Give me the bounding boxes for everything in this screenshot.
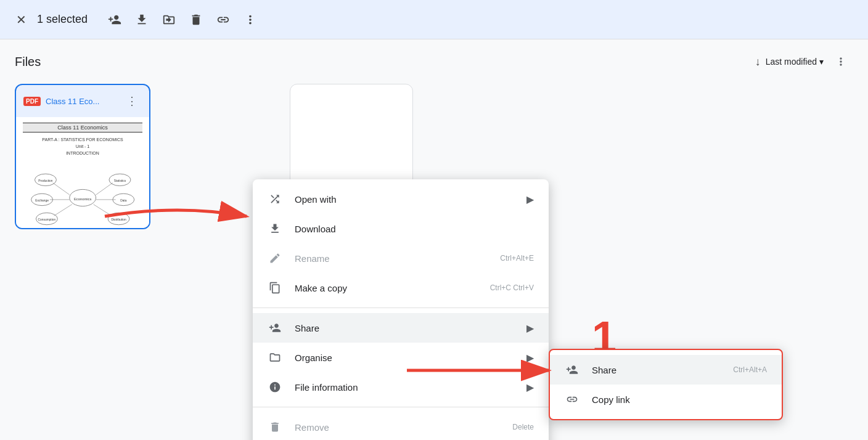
file-card-title: Class 11 Eco... <box>46 97 117 106</box>
file-card[interactable]: PDF Class 11 Eco... ⋮ Class 11 Economics… <box>15 84 150 229</box>
submenu-item-copy-link[interactable]: Copy link <box>550 385 782 414</box>
divider-2 <box>253 407 549 407</box>
thumb-title: Class 11 Economics <box>23 123 142 132</box>
thumb-unit: Unit - 1 <box>23 144 142 149</box>
copy-link-button[interactable] <box>211 7 235 32</box>
menu-item-make-copy[interactable]: Make a copy Ctrl+C Ctrl+V <box>253 273 549 303</box>
svg-text:Statistics: Statistics <box>114 179 126 182</box>
share-arrow: ▶ <box>526 322 534 334</box>
make-copy-label: Make a copy <box>295 283 478 293</box>
remove-label: Remove <box>295 422 500 433</box>
thumb-part: PART-A : STATISTICS FOR ECONOMICS <box>23 137 142 142</box>
svg-line-11 <box>96 183 112 195</box>
svg-text:Data: Data <box>120 199 127 202</box>
download-icon <box>268 221 282 236</box>
rename-shortcut: Ctrl+Alt+E <box>500 254 534 263</box>
rename-icon <box>268 251 282 266</box>
submenu-share-label: Share <box>592 365 721 375</box>
files-more-button[interactable] <box>829 49 853 74</box>
selected-count: 1 selected <box>37 13 88 26</box>
menu-item-organise[interactable]: Organise ▶ <box>253 343 549 372</box>
svg-line-8 <box>54 205 72 216</box>
more-options-button[interactable] <box>238 7 263 32</box>
sort-button[interactable]: Last modified ▾ <box>766 57 824 67</box>
svg-line-17 <box>93 205 111 216</box>
download-button[interactable] <box>129 7 154 32</box>
context-menu: Open with ▶ Download Rename Ctrl+Alt+E M… <box>253 179 549 440</box>
organise-label: Organise <box>295 352 514 363</box>
svg-text:Distribution: Distribution <box>111 218 126 221</box>
file-card-thumbnail: Class 11 Economics PART-A : STATISTICS F… <box>16 117 149 228</box>
file-info-icon <box>268 380 282 394</box>
card-more-button[interactable]: ⋮ <box>122 91 142 111</box>
open-with-arrow: ▶ <box>526 194 534 205</box>
close-button[interactable]: ✕ <box>10 9 32 31</box>
file-card-header: PDF Class 11 Eco... ⋮ <box>16 85 149 117</box>
make-copy-shortcut: Ctrl+C Ctrl+V <box>490 283 534 292</box>
toolbar: ✕ 1 selected <box>0 0 868 39</box>
download-label: Download <box>295 224 534 234</box>
files-title: Files <box>15 55 41 69</box>
content-area: PDF Class 11 Eco... ⋮ Class 11 Economics… <box>0 84 868 232</box>
svg-text:Economics: Economics <box>74 197 92 201</box>
menu-item-rename[interactable]: Rename Ctrl+Alt+E <box>253 243 549 273</box>
delete-button[interactable] <box>184 7 208 32</box>
svg-line-2 <box>52 183 69 195</box>
file-info-arrow: ▶ <box>526 381 534 393</box>
menu-item-share[interactable]: Share ▶ <box>253 313 549 343</box>
organise-arrow: ▶ <box>526 352 534 364</box>
file-info-label: File information <box>295 382 514 393</box>
divider-1 <box>253 308 549 308</box>
move-button[interactable] <box>157 7 181 32</box>
rename-label: Rename <box>295 253 488 264</box>
sort-label: Last modified <box>766 57 817 67</box>
open-with-icon <box>268 192 282 206</box>
submenu-share-icon <box>565 362 579 377</box>
remove-icon <box>268 420 282 434</box>
add-person-button[interactable] <box>102 7 127 32</box>
sort-dropdown-icon: ▾ <box>819 57 824 67</box>
organise-icon <box>268 350 282 365</box>
pdf-badge: PDF <box>23 97 41 106</box>
mind-map-svg: Economics Production Exchange Consumptio… <box>23 158 142 228</box>
svg-text:Consumption: Consumption <box>38 218 55 221</box>
menu-item-download[interactable]: Download <box>253 214 549 243</box>
menu-item-open-with[interactable]: Open with ▶ <box>253 184 549 214</box>
thumb-intro: INTRODUCTION <box>23 151 142 155</box>
submenu-copy-link-icon <box>565 392 579 407</box>
menu-item-file-info[interactable]: File information ▶ <box>253 372 549 402</box>
submenu-item-share[interactable]: Share Ctrl+Alt+A <box>550 355 782 385</box>
svg-text:Exchange: Exchange <box>35 199 49 202</box>
menu-item-remove[interactable]: Remove Delete <box>253 412 549 440</box>
open-with-label: Open with <box>295 194 514 205</box>
share-icon <box>268 320 282 335</box>
files-header: Files ↓ Last modified ▾ <box>0 39 868 84</box>
make-copy-icon <box>268 280 282 295</box>
sort-controls: ↓ Last modified ▾ <box>755 49 853 74</box>
share-label: Share <box>295 323 514 333</box>
share-submenu: Share Ctrl+Alt+A Copy link <box>549 349 783 420</box>
remove-shortcut: Delete <box>512 423 534 431</box>
submenu-copy-link-label: Copy link <box>592 394 767 405</box>
submenu-share-shortcut: Ctrl+Alt+A <box>733 365 767 374</box>
svg-text:Production: Production <box>38 179 52 182</box>
sort-direction-icon: ↓ <box>755 55 761 68</box>
toolbar-actions <box>102 7 263 32</box>
